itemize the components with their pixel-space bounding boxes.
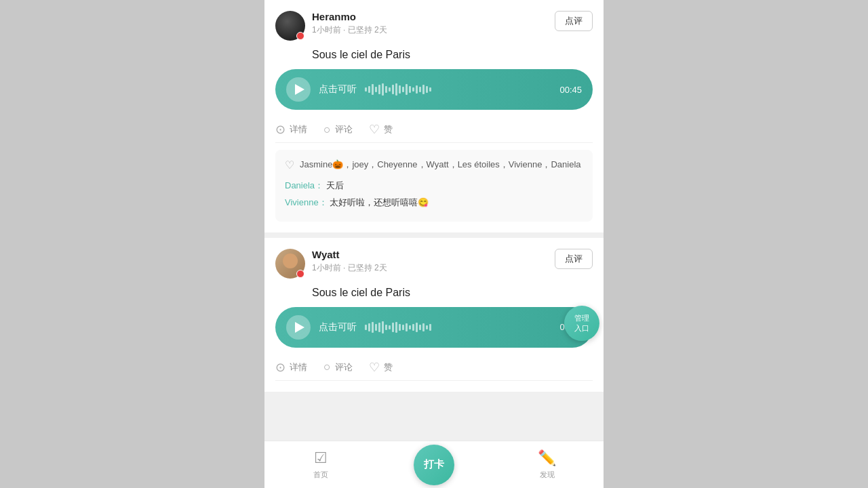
wave-bar xyxy=(389,87,391,92)
bottom-nav: ☑ 首页 ✏️ 发现 打卡 xyxy=(264,441,604,488)
red-dot-wyatt xyxy=(296,270,304,278)
like-action-wyatt[interactable]: ♡ 赞 xyxy=(369,360,393,375)
heart-icon-wyatt: ♡ xyxy=(369,360,380,375)
likes-heart-icon: ♡ xyxy=(285,159,294,171)
phone-frame: Heranmo 1小时前 · 已坚持 2天 点评 Sous le ciel de… xyxy=(264,0,604,488)
red-dot-heranmo xyxy=(296,32,304,40)
detail-icon-heranmo: ⊙ xyxy=(275,122,285,137)
comment-button-heranmo[interactable]: 点评 xyxy=(555,11,593,31)
likes-section-heranmo: ♡ Jasmine🎃，joey，Cheyenne，Wyatt，Les étoil… xyxy=(275,150,593,222)
detail-action-heranmo[interactable]: ⊙ 详情 xyxy=(275,122,307,137)
audio-label-wyatt: 点击可听 xyxy=(319,321,357,333)
wave-bar xyxy=(368,323,370,331)
action-bar-heranmo: ⊙ 详情 ○ 评论 ♡ 赞 xyxy=(275,119,593,143)
content-area: Heranmo 1小时前 · 已坚持 2天 点评 Sous le ciel de… xyxy=(264,0,604,441)
wave-bar xyxy=(365,87,367,92)
wave-bar xyxy=(406,84,408,95)
play-button-heranmo[interactable] xyxy=(286,77,311,102)
detail-icon-wyatt: ⊙ xyxy=(275,360,285,375)
avatar-wyatt xyxy=(275,249,305,279)
user-details-heranmo: Heranmo 1小时前 · 已坚持 2天 xyxy=(312,11,387,36)
wave-bar xyxy=(426,325,428,329)
song-title-heranmo: Sous le ciel de Paris xyxy=(275,49,593,61)
wave-bar xyxy=(422,323,425,331)
user-details-wyatt: Wyatt 1小时前 · 已坚持 2天 xyxy=(312,249,387,274)
wave-bar xyxy=(395,322,397,333)
detail-label-wyatt: 详情 xyxy=(290,361,307,373)
play-button-wyatt[interactable] xyxy=(286,315,311,340)
comment-row-1: Daniela： 天后 xyxy=(285,179,583,192)
comment-text-2: 太好听啦，还想听嘻嘻😋 xyxy=(330,197,429,207)
audio-player-wrap-heranmo: 点击可听 xyxy=(275,69,593,110)
post-header-heranmo: Heranmo 1小时前 · 已坚持 2天 点评 xyxy=(275,11,593,41)
avatar-heranmo xyxy=(275,11,305,41)
wave-bar xyxy=(365,325,367,330)
action-bar-wyatt: ⊙ 详情 ○ 评论 ♡ 赞 xyxy=(275,357,593,381)
play-icon-wyatt xyxy=(295,322,304,333)
audio-player-wyatt[interactable]: 点击可听 xyxy=(275,307,593,348)
wave-bar xyxy=(402,87,404,92)
wave-bar xyxy=(375,324,377,331)
audio-player-wrap-wyatt: 点击可听 xyxy=(275,307,593,348)
comment-icon-wyatt: ○ xyxy=(323,360,331,374)
nav-item-home[interactable]: ☑ 首页 xyxy=(297,449,344,480)
wave-bar xyxy=(368,86,370,93)
comment-author-1: Daniela： xyxy=(285,180,323,190)
wave-bar xyxy=(399,85,401,94)
nav-item-discover[interactable]: ✏️ 发现 xyxy=(524,449,571,480)
home-icon: ☑ xyxy=(314,449,328,467)
manage-line1: 管理 xyxy=(574,313,589,323)
detail-label-heranmo: 详情 xyxy=(290,123,307,136)
wave-bar xyxy=(392,323,394,332)
comment-action-heranmo[interactable]: ○ 评论 xyxy=(323,123,353,137)
user-meta-heranmo: 1小时前 · 已坚持 2天 xyxy=(312,24,387,36)
wave-bar xyxy=(382,83,384,96)
comment-action-wyatt[interactable]: ○ 评论 xyxy=(323,360,353,374)
wave-bar xyxy=(402,325,404,330)
wave-bar xyxy=(419,87,421,92)
audio-label-heranmo: 点击可听 xyxy=(319,83,357,96)
comment-icon-heranmo: ○ xyxy=(323,123,331,137)
wave-bar xyxy=(429,324,431,331)
detail-action-wyatt[interactable]: ⊙ 详情 xyxy=(275,360,307,375)
wave-bar xyxy=(378,323,380,332)
username-heranmo: Heranmo xyxy=(312,11,387,22)
user-meta-wyatt: 1小时前 · 已坚持 2天 xyxy=(312,262,387,274)
audio-duration-heranmo: 00:45 xyxy=(559,85,582,95)
wave-bar xyxy=(382,321,384,333)
wave-bar xyxy=(422,85,425,94)
wave-bar xyxy=(395,83,397,96)
like-label-heranmo: 赞 xyxy=(384,123,393,136)
like-label-wyatt: 赞 xyxy=(384,361,393,373)
wave-bar xyxy=(409,325,411,329)
post-card-heranmo: Heranmo 1小时前 · 已坚持 2天 点评 Sous le ciel de… xyxy=(264,0,604,232)
wave-bar xyxy=(416,85,418,94)
comment-button-wyatt[interactable]: 点评 xyxy=(555,249,593,269)
like-action-heranmo[interactable]: ♡ 赞 xyxy=(369,122,393,137)
post-card-wyatt: Wyatt 1小时前 · 已坚持 2天 点评 Sous le ciel de P… xyxy=(264,238,604,392)
discover-icon: ✏️ xyxy=(538,449,556,467)
song-title-wyatt: Sous le ciel de Paris xyxy=(275,287,593,299)
checkin-button[interactable]: 打卡 xyxy=(414,445,454,485)
audio-player-heranmo[interactable]: 点击可听 xyxy=(275,69,593,110)
likes-row-heranmo: ♡ Jasmine🎃，joey，Cheyenne，Wyatt，Les étoil… xyxy=(285,158,583,172)
manage-line2: 入口 xyxy=(574,323,589,333)
likes-names-heranmo: Jasmine🎃，joey，Cheyenne，Wyatt，Les étoiles… xyxy=(300,158,581,172)
comment-row-2: Vivienne： 太好听啦，还想听嘻嘻😋 xyxy=(285,196,583,209)
wave-bar xyxy=(426,86,428,93)
user-info-heranmo: Heranmo 1小时前 · 已坚持 2天 xyxy=(275,11,387,41)
wave-bar xyxy=(406,323,408,331)
post-header-wyatt: Wyatt 1小时前 · 已坚持 2天 点评 xyxy=(275,249,593,279)
wave-bar xyxy=(372,84,374,95)
wave-bar xyxy=(392,85,394,94)
heart-icon-heranmo: ♡ xyxy=(369,122,380,137)
wave-bar xyxy=(412,87,414,92)
waveform-wyatt xyxy=(365,321,551,334)
wave-bar xyxy=(416,323,418,332)
manage-button[interactable]: 管理 入口 xyxy=(564,306,599,341)
wave-bar xyxy=(372,322,374,333)
wave-bar xyxy=(409,86,411,93)
wave-bar xyxy=(375,87,377,92)
username-wyatt: Wyatt xyxy=(312,249,387,260)
comment-label-wyatt: 评论 xyxy=(335,361,353,373)
